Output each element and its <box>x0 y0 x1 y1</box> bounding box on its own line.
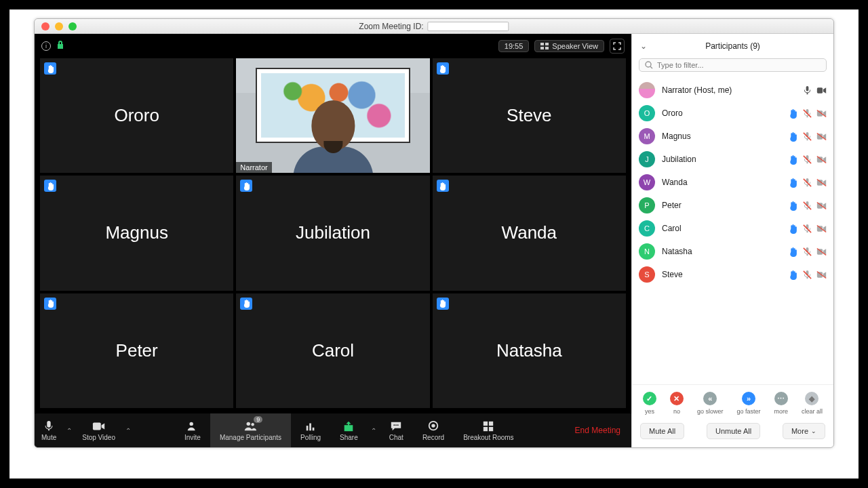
stop-video-button[interactable]: Stop Video <box>75 413 122 447</box>
mic-muted-icon <box>802 108 812 119</box>
mute-options-caret[interactable]: ⌃ <box>63 413 75 447</box>
svg-point-6 <box>247 422 250 425</box>
zoom-window-button[interactable] <box>68 22 77 30</box>
panel-title: Participants (9) <box>705 41 760 51</box>
svg-rect-23 <box>817 87 823 93</box>
mute-button[interactable]: Mute <box>35 413 63 447</box>
svg-point-21 <box>646 62 651 67</box>
nonverbal-clear-all-button[interactable]: ◆clear all <box>802 392 823 415</box>
svg-line-22 <box>650 66 652 68</box>
raised-hand-icon <box>437 62 449 75</box>
mic-muted-icon <box>802 201 812 211</box>
avatar: O <box>639 105 655 121</box>
active-speaker-video <box>236 58 429 173</box>
nonverbal-go-faster-button[interactable]: »go faster <box>736 392 760 415</box>
participant-row[interactable]: SSteve <box>639 263 827 286</box>
end-meeting-button[interactable]: End Meeting <box>564 426 631 435</box>
video-tile[interactable]: Magnus <box>40 176 233 290</box>
nonverbal-no-button[interactable]: ✕no <box>670 392 684 415</box>
participants-count-badge: 9 <box>254 416 262 423</box>
avatar: M <box>639 128 655 144</box>
speaker-view-button[interactable]: Speaker View <box>534 40 604 52</box>
raised-hand-icon <box>240 180 252 192</box>
participant-row[interactable]: WWanda <box>639 171 827 194</box>
raised-hand-icon <box>240 298 252 310</box>
share-options-caret[interactable]: ⌃ <box>368 413 380 447</box>
svg-rect-18 <box>489 421 493 425</box>
raised-hand-icon <box>788 270 798 280</box>
manage-participants-button[interactable]: 9 Manage Participants <box>210 413 291 447</box>
camera-icon <box>816 85 827 96</box>
raised-hand-icon <box>788 201 798 211</box>
polling-button[interactable]: Polling <box>291 413 330 447</box>
meeting-toolbar: Mute ⌃ Stop Video ⌃ Invite 9 <box>35 413 631 447</box>
video-options-caret[interactable]: ⌃ <box>122 413 134 447</box>
video-tile[interactable]: Ororo <box>40 58 233 173</box>
meeting-id-input[interactable] <box>428 22 509 31</box>
video-tile[interactable]: Peter <box>40 293 233 408</box>
mic-muted-icon <box>802 224 812 234</box>
participant-name: Magnus <box>662 131 781 141</box>
meeting-info-icon[interactable]: i <box>41 41 51 51</box>
traffic-lights <box>41 22 77 30</box>
video-tile[interactable]: Narrator <box>236 58 429 173</box>
camera-off-icon <box>816 131 827 142</box>
nonverbal-more-button[interactable]: ⋯more <box>774 392 788 415</box>
participant-row[interactable]: CCarol <box>639 217 827 240</box>
video-tile[interactable]: Natasha <box>433 293 626 408</box>
video-tile[interactable]: Carol <box>236 293 429 408</box>
participant-name-label: Ororo <box>114 105 159 126</box>
nonverbal-yes-button[interactable]: ✓yes <box>643 392 656 415</box>
participant-row[interactable]: MMagnus <box>639 125 827 148</box>
participant-search-input[interactable] <box>657 61 821 69</box>
svg-point-13 <box>395 424 397 426</box>
video-tile[interactable]: Jubilation <box>236 176 429 290</box>
mic-muted-icon <box>802 155 812 165</box>
video-tile[interactable]: Steve <box>433 58 626 173</box>
svg-point-16 <box>431 424 435 427</box>
close-window-button[interactable] <box>41 22 50 30</box>
participant-name-label: Peter <box>116 340 158 361</box>
mic-muted-icon <box>802 131 812 142</box>
participant-row[interactable]: OOroro <box>639 102 827 125</box>
participant-row[interactable]: Narrator (Host, me) <box>639 79 827 102</box>
participant-name: Jubilation <box>662 155 781 164</box>
participant-name: Carol <box>662 224 781 233</box>
avatar: P <box>639 197 655 214</box>
collapse-panel-caret[interactable]: ⌄ <box>640 41 647 51</box>
avatar: N <box>639 243 655 260</box>
mute-all-button[interactable]: Mute All <box>640 423 684 439</box>
participant-row[interactable]: NNatasha <box>639 240 827 263</box>
fullscreen-button[interactable] <box>610 39 625 54</box>
raised-hand-icon <box>437 180 449 192</box>
participant-name-label: Jubilation <box>296 222 370 243</box>
chat-button[interactable]: Chat <box>380 413 413 447</box>
raised-hand-icon <box>437 298 449 310</box>
participant-row[interactable]: PPeter <box>639 194 827 217</box>
nonverbal-go-slower-button[interactable]: «go slower <box>697 392 724 415</box>
svg-rect-10 <box>313 427 315 430</box>
svg-point-5 <box>189 422 193 425</box>
participant-name-label: Wanda <box>502 222 557 243</box>
svg-rect-17 <box>484 421 488 425</box>
video-name-tag: Narrator <box>236 162 271 173</box>
camera-off-icon <box>816 178 827 188</box>
record-button[interactable]: Record <box>413 413 454 447</box>
participant-name: Wanda <box>662 178 781 187</box>
breakout-rooms-button[interactable]: Breakout Rooms <box>454 413 523 447</box>
participant-name: Peter <box>662 201 781 210</box>
participants-more-button[interactable]: More ⌄ <box>783 423 825 439</box>
share-button[interactable]: Share <box>330 413 368 447</box>
avatar: C <box>639 220 655 237</box>
unmute-all-button[interactable]: Unmute All <box>707 423 760 439</box>
camera-off-icon <box>816 270 827 280</box>
minimize-window-button[interactable] <box>55 22 63 30</box>
participant-name-label: Steve <box>507 105 552 126</box>
svg-point-14 <box>397 424 399 426</box>
participant-name-label: Natasha <box>496 340 562 361</box>
participant-search[interactable] <box>639 58 827 72</box>
participant-row[interactable]: JJubilation <box>639 148 827 171</box>
avatar <box>639 82 655 98</box>
video-tile[interactable]: Wanda <box>433 176 626 290</box>
invite-button[interactable]: Invite <box>175 413 210 447</box>
